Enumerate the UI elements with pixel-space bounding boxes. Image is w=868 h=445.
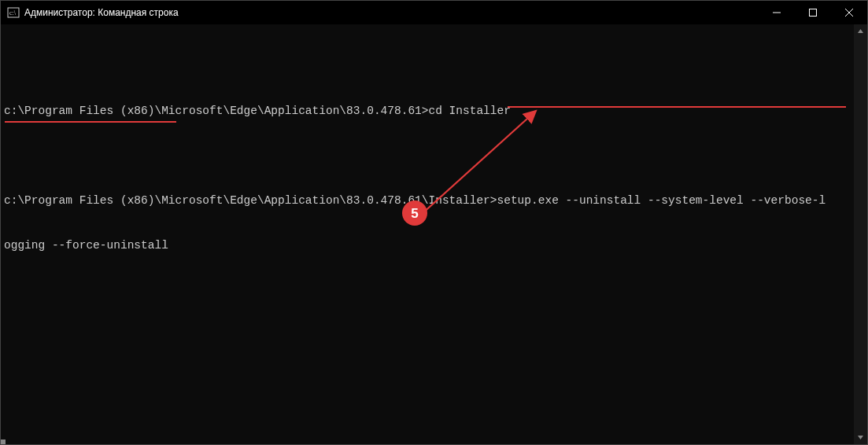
terminal-output[interactable]: c:\Program Files (x86)\Microsoft\Edge\Ap… [1, 24, 867, 444]
svg-rect-3 [810, 9, 817, 17]
terminal-content: c:\Program Files (x86)\Microsoft\Edge\Ap… [4, 29, 861, 283]
underline-annotation [5, 121, 176, 123]
scroll-down-icon[interactable] [854, 431, 867, 444]
command-2b: ogging --force-uninstall [4, 239, 168, 252]
window-title: Администратор: Командная строка [24, 7, 759, 18]
command-2a: setup.exe --uninstall --system-level --v… [497, 194, 826, 207]
prompt-1: c:\Program Files (x86)\Microsoft\Edge\Ap… [4, 105, 429, 117]
cmd-icon: c:\ [7, 6, 20, 19]
scroll-up-icon[interactable] [854, 24, 867, 38]
minimize-button[interactable] [759, 1, 795, 24]
corner-mark [1, 439, 6, 444]
svg-text:c:\: c:\ [9, 9, 17, 17]
svg-marker-8 [858, 29, 863, 33]
vertical-scrollbar[interactable] [854, 24, 867, 444]
command-1: cd Installer [429, 105, 511, 117]
cmd-window: c:\ Администратор: Командная строка c:\P… [0, 0, 868, 445]
step-badge-5: 5 [402, 200, 427, 226]
window-controls [759, 1, 867, 24]
titlebar[interactable]: c:\ Администратор: Командная строка [1, 1, 867, 24]
svg-marker-9 [858, 436, 863, 439]
badge-number: 5 [411, 206, 418, 221]
close-button[interactable] [831, 1, 867, 24]
underline-annotation [508, 106, 846, 108]
maximize-button[interactable] [795, 1, 831, 24]
